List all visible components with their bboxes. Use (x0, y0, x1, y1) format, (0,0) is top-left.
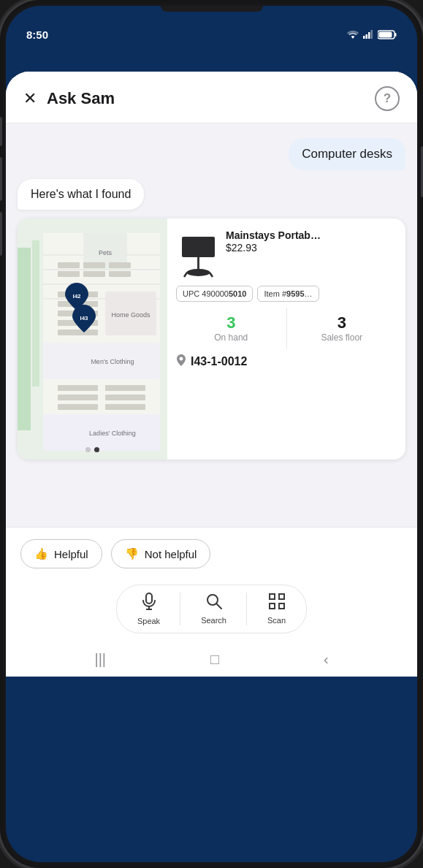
svg-line-46 (210, 273, 213, 277)
chat-area: Computer desks Here's what I found (6, 123, 417, 527)
location-section: I43-1-0012 (176, 354, 397, 368)
home-indicator: ||| □ ‹ (6, 644, 417, 677)
product-name-price: Mainstays Portab… $22.93 (226, 229, 321, 254)
nav-pill: Speak Search (116, 585, 307, 633)
battery-icon (378, 30, 397, 39)
speak-icon (141, 593, 157, 614)
svg-text:Pets: Pets (99, 249, 113, 256)
speak-nav-item[interactable]: Speak (117, 585, 180, 633)
location-code: I43-1-0012 (191, 355, 247, 368)
svg-rect-32 (58, 385, 98, 391)
pin-icon (176, 354, 186, 366)
feedback-area: 👍 Helpful 👎 Not helpful (6, 527, 417, 577)
svg-rect-36 (105, 395, 145, 400)
phone-body: ✕ Ask Sam ? Computer desks Here's what I… (6, 72, 417, 677)
upc-tag: UPC 4900005010 (176, 286, 253, 302)
product-image-svg (178, 231, 218, 278)
svg-rect-42 (182, 237, 215, 257)
svg-line-51 (216, 604, 221, 609)
scan-nav-item[interactable]: Scan (247, 586, 306, 632)
user-message-bubble: Computer desks (289, 138, 405, 170)
ask-sam-title: Ask Sam (47, 89, 115, 108)
product-top-section: Mainstays Portab… $22.93 (176, 229, 397, 280)
not-helpful-emoji: 👎 (125, 547, 139, 560)
item-tag: Item #9595… (257, 286, 319, 302)
svg-rect-55 (279, 604, 284, 609)
product-price: $22.93 (226, 242, 321, 254)
search-icon-svg (206, 593, 222, 609)
helpful-button[interactable]: 👍 Helpful (20, 539, 102, 568)
svg-text:I42: I42 (72, 293, 81, 300)
not-helpful-button[interactable]: 👎 Not helpful (111, 539, 211, 568)
svg-rect-0 (363, 36, 365, 39)
sales-floor-count: 3 (290, 313, 395, 332)
svg-rect-22 (109, 271, 131, 277)
svg-rect-35 (105, 385, 145, 391)
home-button[interactable]: □ (210, 651, 219, 668)
help-button[interactable]: ? (375, 86, 400, 111)
svg-rect-29 (58, 330, 98, 335)
svg-rect-34 (58, 404, 98, 410)
svg-rect-18 (83, 262, 105, 268)
svg-rect-53 (279, 594, 284, 599)
carousel-dots (18, 443, 167, 454)
search-label: Search (201, 616, 226, 625)
signal-icon (363, 30, 373, 39)
svg-rect-47 (146, 593, 152, 604)
product-card[interactable]: Pets Home Goods (18, 218, 405, 460)
svg-rect-17 (58, 262, 80, 268)
helpful-label: Helpful (54, 548, 88, 560)
svg-rect-8 (18, 248, 31, 430)
product-name: Mainstays Portab… (226, 229, 321, 242)
stock-section: 3 On hand 3 Sales floor (176, 308, 397, 349)
product-image (176, 229, 220, 280)
forward-button[interactable]: ‹ (324, 651, 329, 668)
svg-rect-9 (32, 240, 39, 387)
not-helpful-label: Not helpful (145, 548, 197, 560)
microphone-icon-svg (141, 593, 157, 610)
scan-label: Scan (267, 616, 286, 625)
svg-text:Home Goods: Home Goods (111, 311, 150, 319)
ask-sam-left-section: ✕ Ask Sam (23, 89, 115, 108)
svg-rect-33 (58, 395, 98, 400)
svg-rect-19 (109, 262, 131, 268)
search-nav-item[interactable]: Search (180, 586, 247, 632)
dot-2-active (94, 447, 99, 452)
on-hand-section: 3 On hand (176, 308, 287, 349)
svg-text:Ladies' Clothing: Ladies' Clothing (89, 430, 136, 437)
status-bar: 8:50 (6, 6, 417, 50)
svg-rect-37 (105, 404, 145, 410)
wifi-icon (347, 30, 359, 39)
close-button[interactable]: ✕ (23, 91, 37, 107)
svg-rect-3 (371, 30, 373, 39)
svg-text:Men's Clothing: Men's Clothing (91, 358, 134, 365)
location-icon (176, 354, 186, 368)
helpful-emoji: 👍 (34, 547, 48, 560)
svg-rect-2 (368, 32, 370, 39)
svg-point-44 (186, 269, 210, 276)
svg-rect-54 (270, 604, 275, 609)
sales-floor-label: Sales floor (290, 332, 395, 343)
on-hand-label: On hand (179, 332, 283, 343)
ask-sam-header: ✕ Ask Sam ? (6, 72, 417, 123)
svg-rect-52 (270, 594, 275, 599)
svg-rect-5 (395, 33, 397, 37)
store-map-svg: Pets Home Goods (18, 218, 167, 460)
svg-rect-21 (83, 271, 105, 277)
dot-1 (85, 447, 91, 452)
on-hand-count: 3 (179, 313, 283, 332)
search-icon (206, 593, 222, 614)
scan-icon-svg (269, 593, 285, 609)
svg-line-45 (184, 273, 187, 277)
store-map-section: Pets Home Goods (18, 218, 167, 460)
status-time: 8:50 (26, 28, 48, 41)
bottom-nav: Speak Search (6, 577, 417, 644)
speak-label: Speak (137, 617, 160, 625)
svg-text:I43: I43 (80, 315, 88, 321)
back-button[interactable]: ||| (94, 651, 106, 668)
svg-rect-6 (379, 31, 392, 37)
sam-response-bubble: Here's what I found (18, 179, 144, 210)
product-info-section: Mainstays Portab… $22.93 UPC 4900005010 (167, 218, 405, 460)
svg-rect-1 (366, 34, 368, 39)
product-tags: UPC 4900005010 Item #9595… (176, 286, 397, 302)
